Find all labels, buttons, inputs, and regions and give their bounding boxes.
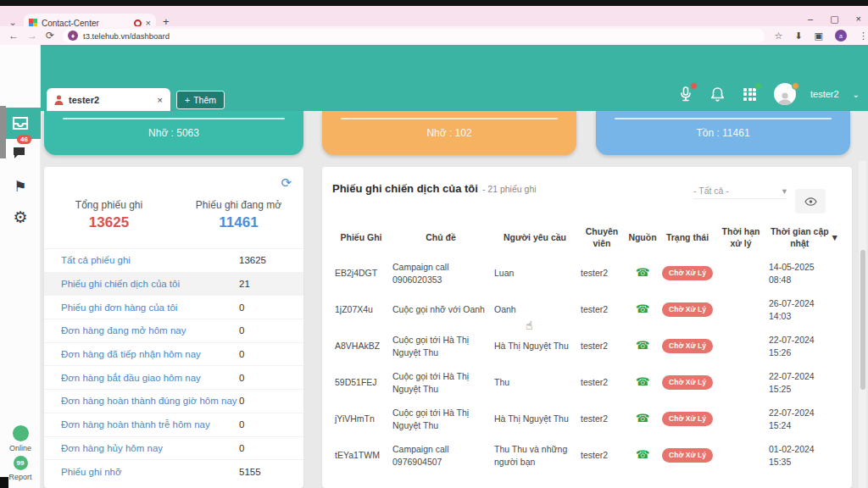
maximize-button[interactable]: ▢ [830,14,838,25]
col-header-status[interactable]: Trạng thái [659,219,715,255]
list-item[interactable]: Đơn hàng đã tiếp nhận hôm nay 0 [44,342,303,366]
status-badge: Chờ Xử Lý [662,375,713,391]
col-header-source[interactable]: Nguồn [626,219,659,255]
site-info-icon[interactable]: ♦ [68,30,78,41]
list-item-label[interactable]: Đơn hàng hủy hôm nay [61,443,239,453]
cell-subject[interactable]: Cuộc gọi tới Hà Thị Nguyệt Thu [390,401,492,437]
list-item[interactable]: Đơn hàng đang mở hôm nay 0 [44,319,303,342]
list-item-label[interactable]: Đơn hàng đang mở hôm nay [61,325,239,336]
close-window-button[interactable]: × [856,14,861,25]
card-missed-today[interactable]: Nhỡ : 102 [322,111,576,155]
cell-ticket-id[interactable]: jYiVHmTn [332,401,390,437]
cell-ticket-id[interactable]: EB2j4DGT [332,255,390,291]
agent-status[interactable]: Online [0,425,41,452]
card-divider [63,118,285,119]
cell-ticket-id[interactable]: A8VHAkBZ [332,328,390,364]
rail-item-chat[interactable]: 46 [0,140,41,165]
reload-button[interactable]: ⟳ [46,30,54,42]
list-item-label[interactable]: Đơn hàng hoàn thành đúng giờ hôm nay [61,396,239,406]
cell-updated: 22-07-202415:26 [766,328,842,364]
cell-source: ☎ [626,364,659,401]
sort-desc-icon[interactable]: ▼ [831,231,839,243]
add-session-button[interactable]: + Thêm [176,91,225,109]
list-item[interactable]: Đơn hàng bắt đầu giao hôm nay 0 [44,365,303,389]
mouse-cursor-hand: ☝ [526,319,533,332]
bookmark-star-icon[interactable]: ☆ [775,30,783,42]
cell-requester: Thu Thu và những người bạn [492,437,578,474]
flag-icon: ⚑ [14,178,26,196]
page-scrollbar[interactable] [859,161,866,488]
list-item[interactable]: Đơn hàng hoàn thành đúng giờ hôm nay 0 [44,389,303,413]
list-item-label[interactable]: Phiếu ghi đơn hàng của tôi [61,302,239,313]
col-header-updated-label: Thời gian cập nhật [769,225,831,249]
list-item-value: 13625 [239,255,287,265]
list-item-selected[interactable]: Phiếu ghi chiến dịch của tôi 21 [44,272,303,296]
cell-ticket-id[interactable]: 59D51FEJ [332,364,390,401]
list-item-value: 0 [239,302,287,313]
ticket-count: - 21 phiếu ghi [482,184,537,194]
user-menu-caret-icon[interactable]: ⌄ [853,90,860,99]
notifications-button[interactable] [709,85,727,103]
browser-profile-avatar[interactable]: a [835,30,847,42]
list-item[interactable]: Đơn hàng hủy hôm nay 0 [44,436,303,460]
list-item-label[interactable]: Đơn hàng bắt đầu giao hôm nay [61,373,239,383]
back-button[interactable]: ← [8,30,19,42]
minimize-button[interactable]: – [808,14,813,25]
scrollbar-thumb[interactable] [860,250,865,390]
browser-menu-icon[interactable]: ⋮ [859,30,868,42]
col-header-updated[interactable]: Thời gian cập nhật ▼ [766,219,842,255]
user-status-dot [792,82,799,90]
rail-item-settings[interactable]: ⚙ [0,204,41,230]
list-item[interactable]: Phiếu ghi nhỡ 5155 [44,459,303,483]
chat-count-badge: 46 [17,135,31,144]
softphone-button[interactable] [676,85,695,103]
session-tab[interactable]: tester2 × [47,88,170,111]
apps-button[interactable] [741,85,760,103]
cell-ticket-id[interactable]: tEYa1TWM [332,437,390,474]
list-item-label[interactable]: Đơn hàng đã tiếp nhận hôm nay [61,349,239,359]
call-source-icon: ☎ [636,302,649,317]
call-source-icon: ☎ [636,447,649,463]
tickets-table: Phiếu Ghi Chủ đề Người yêu cầu Chuyên vi… [332,219,842,474]
cell-subject[interactable]: Campaign call 0906020353 [390,255,492,291]
summary-list: Tất cả phiếu ghi 13625 Phiếu ghi chiến d… [44,248,303,483]
status-filter-dropdown[interactable]: - Tất cả - ▾ [693,186,787,199]
side-panel-icon[interactable]: ▣ [815,30,823,42]
cell-subject[interactable]: Cuộc gọi tới Hà Thị Nguyệt Thu [390,364,492,401]
updated-time: 15:24 [769,419,815,432]
cell-subject[interactable]: Cuộc gọi tới Hà Thị Nguyệt Thu [390,328,492,364]
list-item-label[interactable]: Phiếu ghi chiến dịch của tôi [61,279,239,289]
cell-subject[interactable]: Cuộc gọi nhỡ với Oanh [390,291,492,328]
session-tab-label: tester2 [69,95,153,105]
list-item[interactable]: Tất cả phiếu ghi 13625 [44,248,303,272]
card-missed-total[interactable]: Nhỡ : 5063 [44,111,303,155]
view-columns-button[interactable] [795,189,826,214]
user-menu-avatar[interactable] [773,85,797,103]
cell-subject[interactable]: Campaign call 0976904507 [390,437,492,474]
cell-status: Chờ Xử Lý [659,291,715,328]
col-header-id[interactable]: Phiếu Ghi [332,219,390,255]
list-item[interactable]: Phiếu ghi đơn hàng của tôi 0 [44,295,303,319]
extension-icon[interactable]: ⬇ [794,30,802,42]
col-header-agent[interactable]: Chuyên viên [578,219,626,255]
col-header-requester[interactable]: Người yêu cầu [492,219,578,255]
col-header-subject[interactable]: Chủ đề [390,219,492,255]
cell-agent: tester2 [578,291,626,328]
list-item-label[interactable]: Đơn hàng hoàn thành trễ hôm nay [61,419,239,430]
session-tab-close-icon[interactable]: × [158,95,163,105]
rail-item-flag[interactable]: ⚑ [0,174,41,199]
refresh-button[interactable]: ⟳ [281,175,292,191]
cell-ticket-id[interactable]: 1jZ07X4u [332,291,390,328]
chat-icon [13,147,28,159]
softphone-status-dot [690,82,698,90]
card-backlog[interactable]: Tồn : 11461 [596,111,850,155]
stat-label: Tổng phiếu ghi [44,199,174,211]
list-item-label[interactable]: Tất cả phiếu ghi [61,255,239,265]
col-header-deadline[interactable]: Thời hạn xử lý [715,219,766,255]
panel-title: Phiếu ghi chiến dịch của tôi [332,182,478,195]
call-source-icon: ☎ [636,374,649,390]
list-item[interactable]: Đơn hàng hoàn thành trễ hôm nay 0 [44,413,303,436]
forward-button[interactable]: → [27,30,37,42]
list-item-label[interactable]: Phiếu ghi nhỡ [61,467,239,477]
address-bar[interactable]: ♦ t3.telehub.vn/dashboard [63,29,764,43]
